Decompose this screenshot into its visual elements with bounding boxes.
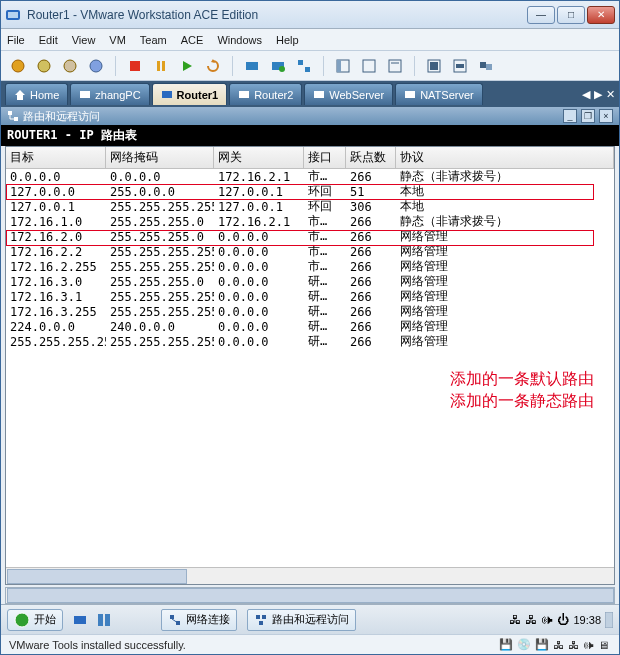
device-cd-icon[interactable]: 💿 [517, 638, 531, 651]
show-desktop-icon[interactable] [605, 612, 613, 628]
snapshot-icon[interactable] [241, 55, 263, 77]
cell: 255.255.255.255 [106, 335, 214, 349]
svg-rect-39 [74, 616, 86, 624]
table-row[interactable]: 0.0.0.00.0.0.0172.16.2.1市…266静态（非请求拨号） [6, 169, 614, 184]
taskbar-item-routing[interactable]: 路由和远程访问 [247, 609, 356, 631]
quickswitch-icon[interactable] [449, 55, 471, 77]
cell: 255.255.255.255 [106, 260, 214, 274]
device-net-icon[interactable]: 🖧 [568, 639, 579, 651]
tab-close-icon[interactable]: ✕ [606, 88, 615, 101]
inner-minimize-button[interactable]: _ [563, 109, 577, 123]
sidebar-icon[interactable] [332, 55, 354, 77]
play-icon[interactable] [176, 55, 198, 77]
table-row[interactable]: 127.0.0.1255.255.255.255127.0.0.1环回306本地 [6, 199, 614, 214]
tab-label: Router1 [177, 89, 219, 101]
snapshot-mgr-icon[interactable] [267, 55, 289, 77]
reset-icon[interactable] [202, 55, 224, 77]
close-button[interactable]: ✕ [587, 6, 615, 24]
table-row[interactable]: 172.16.2.0255.255.255.00.0.0.0市…266网络管理 [6, 229, 614, 244]
table-row[interactable]: 172.16.3.1255.255.255.2550.0.0.0研…266网络管… [6, 289, 614, 304]
scrollbar-thumb[interactable] [7, 569, 187, 584]
menu-edit[interactable]: Edit [39, 34, 58, 46]
device-sound-icon[interactable]: 🕪 [583, 639, 594, 651]
table-row[interactable]: 127.0.0.0255.0.0.0127.0.0.1环回51本地 [6, 184, 614, 199]
inner-close-button[interactable]: × [599, 109, 613, 123]
tab-zhangpc[interactable]: zhangPC [70, 83, 149, 105]
start-button[interactable]: 开始 [7, 609, 63, 631]
menubar: File Edit View VM Team ACE Windows Help [1, 29, 619, 51]
summary-icon[interactable] [384, 55, 406, 77]
revert-icon[interactable] [33, 55, 55, 77]
snapshot-tree-icon[interactable] [293, 55, 315, 77]
panel-title: ROUTER1 - IP 路由表 [1, 125, 619, 146]
scrollbar-thumb[interactable] [7, 588, 614, 603]
stop-icon[interactable] [124, 55, 146, 77]
device-disk-icon[interactable]: 💾 [499, 638, 513, 651]
table-row[interactable]: 172.16.3.0255.255.255.00.0.0.0研…266网络管理 [6, 274, 614, 289]
menu-team[interactable]: Team [140, 34, 167, 46]
menu-windows[interactable]: Windows [217, 34, 262, 46]
menu-view[interactable]: View [72, 34, 96, 46]
guest-taskbar: 开始 网络连接 路由和远程访问 🖧 🖧 🕪 ⏻ 19:38 [1, 604, 619, 634]
vm-icon [238, 89, 250, 101]
menu-vm[interactable]: VM [109, 34, 126, 46]
table-row[interactable]: 172.16.3.255255.255.255.2550.0.0.0研…266网… [6, 304, 614, 319]
col-dest[interactable]: 目标 [6, 147, 106, 168]
tray-power-icon[interactable]: ⏻ [557, 613, 569, 627]
revert-snapshot-icon[interactable] [59, 55, 81, 77]
outer-scrollbar[interactable] [5, 587, 615, 604]
cell: 172.16.3.1 [6, 290, 106, 304]
pause-icon[interactable] [150, 55, 172, 77]
device-net-icon[interactable]: 🖧 [553, 639, 564, 651]
table-row[interactable]: 255.255.255.255255.255.255.2550.0.0.0研…2… [6, 334, 614, 349]
table-row[interactable]: 224.0.0.0240.0.0.00.0.0.0研…266网络管理 [6, 319, 614, 334]
quick-launch-icon[interactable] [73, 613, 87, 627]
tray-volume-icon[interactable]: 🕪 [541, 613, 553, 627]
routing-table: 目标 网络掩码 网关 接口 跃点数 协议 添加的一条默认路由 添加的一条静态路由… [5, 146, 615, 585]
cell: 172.16.1.0 [6, 215, 106, 229]
scroll-left-icon[interactable]: ◀ [582, 88, 590, 101]
device-display-icon[interactable]: 🖥 [598, 639, 609, 651]
cell: 127.0.0.1 [214, 185, 304, 199]
col-protocol[interactable]: 协议 [396, 147, 614, 168]
fullscreen-icon[interactable] [423, 55, 445, 77]
tray-clock[interactable]: 19:38 [573, 614, 601, 626]
cell: 172.16.2.0 [6, 230, 106, 244]
col-interface[interactable]: 接口 [304, 147, 346, 168]
tray-network-icon[interactable]: 🖧 [509, 613, 521, 627]
tab-webserver[interactable]: WebServer [304, 83, 393, 105]
inner-restore-button[interactable]: ❐ [581, 109, 595, 123]
tab-router1[interactable]: Router1 [152, 83, 228, 105]
menu-ace[interactable]: ACE [181, 34, 204, 46]
svg-rect-33 [8, 111, 12, 115]
vm-icon [404, 89, 416, 101]
take-snapshot-icon[interactable] [85, 55, 107, 77]
cell: 266 [346, 260, 396, 274]
scroll-right-icon[interactable]: ▶ [594, 88, 602, 101]
minimize-button[interactable]: — [527, 6, 555, 24]
tab-home[interactable]: Home [5, 83, 68, 105]
maximize-button[interactable]: □ [557, 6, 585, 24]
vm-icon [161, 89, 173, 101]
tab-router2[interactable]: Router2 [229, 83, 302, 105]
svg-rect-34 [14, 117, 18, 121]
menu-help[interactable]: Help [276, 34, 299, 46]
col-gateway[interactable]: 网关 [214, 147, 304, 168]
device-floppy-icon[interactable]: 💾 [535, 638, 549, 651]
tray-network-icon[interactable]: 🖧 [525, 613, 537, 627]
col-metric[interactable]: 跃点数 [346, 147, 396, 168]
svg-rect-15 [305, 67, 310, 72]
tab-natserver[interactable]: NATServer [395, 83, 483, 105]
table-row[interactable]: 172.16.2.255255.255.255.2550.0.0.0市…266网… [6, 259, 614, 274]
menu-file[interactable]: File [7, 34, 25, 46]
col-mask[interactable]: 网络掩码 [106, 147, 214, 168]
table-row[interactable]: 172.16.1.0255.255.255.0172.16.2.1市…266静态… [6, 214, 614, 229]
taskbar-item-network[interactable]: 网络连接 [161, 609, 237, 631]
cell: 127.0.0.1 [6, 200, 106, 214]
suspend-icon[interactable] [7, 55, 29, 77]
quick-launch-icon[interactable] [97, 613, 111, 627]
horizontal-scrollbar[interactable] [6, 567, 614, 584]
table-row[interactable]: 172.16.2.2255.255.255.2550.0.0.0市…266网络管… [6, 244, 614, 259]
console-icon[interactable] [358, 55, 380, 77]
unity-icon[interactable] [475, 55, 497, 77]
